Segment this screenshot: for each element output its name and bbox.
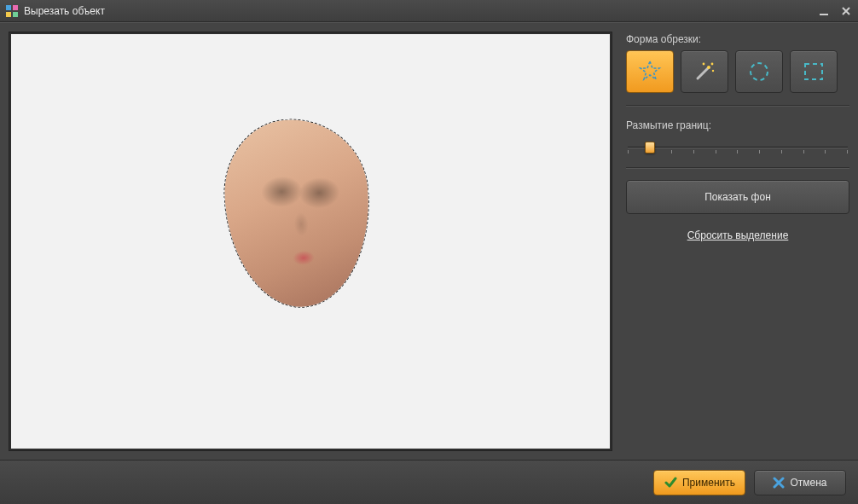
divider bbox=[626, 105, 849, 106]
reset-selection-link[interactable]: Сбросить выделение bbox=[626, 229, 849, 241]
show-background-label: Показать фон bbox=[704, 191, 771, 203]
dialog-footer: Применить Отмена bbox=[0, 460, 858, 504]
app-icon bbox=[5, 4, 19, 18]
magic-wand-icon bbox=[692, 59, 717, 84]
svg-rect-1 bbox=[13, 5, 18, 10]
svg-rect-0 bbox=[6, 5, 11, 10]
reset-selection-label: Сбросить выделение bbox=[687, 229, 789, 241]
svg-point-6 bbox=[711, 63, 714, 66]
cancel-label: Отмена bbox=[790, 477, 826, 489]
svg-rect-10 bbox=[805, 64, 822, 79]
blur-border-label: Размытие границ: bbox=[626, 119, 849, 131]
divider bbox=[626, 167, 849, 168]
window-controls bbox=[817, 4, 853, 18]
main-area: Форма обрезки: bbox=[0, 22, 858, 460]
show-background-button[interactable]: Показать фон bbox=[626, 180, 849, 214]
apply-label: Применить bbox=[682, 477, 735, 489]
cancel-button[interactable]: Отмена bbox=[754, 470, 846, 495]
slider-thumb[interactable] bbox=[645, 142, 655, 154]
rect-select-tool[interactable] bbox=[790, 50, 838, 93]
slider-ticks bbox=[628, 150, 848, 154]
close-icon bbox=[773, 477, 785, 489]
check-icon bbox=[664, 476, 677, 490]
image-canvas[interactable] bbox=[11, 34, 610, 449]
svg-point-9 bbox=[751, 63, 768, 80]
titlebar: Вырезать объект bbox=[0, 0, 858, 22]
blur-slider[interactable] bbox=[626, 136, 849, 155]
ellipse-select-tool[interactable] bbox=[735, 50, 783, 93]
dashed-circle-icon bbox=[746, 59, 772, 84]
window-title: Вырезать объект bbox=[24, 5, 817, 17]
selection-shape[interactable] bbox=[220, 114, 376, 311]
svg-rect-2 bbox=[6, 12, 11, 17]
svg-point-5 bbox=[707, 66, 710, 69]
canvas-frame bbox=[9, 32, 612, 451]
svg-point-8 bbox=[712, 70, 714, 72]
apply-button[interactable]: Применить bbox=[653, 470, 745, 495]
minimize-button[interactable] bbox=[817, 4, 831, 18]
crop-tool-row bbox=[626, 50, 849, 93]
svg-rect-3 bbox=[13, 12, 18, 17]
close-button[interactable] bbox=[839, 4, 853, 18]
svg-point-7 bbox=[703, 63, 705, 66]
auto-star-tool[interactable] bbox=[626, 50, 674, 93]
crop-shape-label: Форма обрезки: bbox=[626, 33, 849, 45]
svg-rect-4 bbox=[820, 14, 828, 15]
star-icon bbox=[637, 59, 663, 84]
dashed-rect-icon bbox=[801, 59, 826, 84]
slider-track-line bbox=[628, 147, 848, 148]
side-panel: Форма обрезки: bbox=[626, 32, 849, 451]
magic-wand-tool[interactable] bbox=[681, 50, 728, 93]
